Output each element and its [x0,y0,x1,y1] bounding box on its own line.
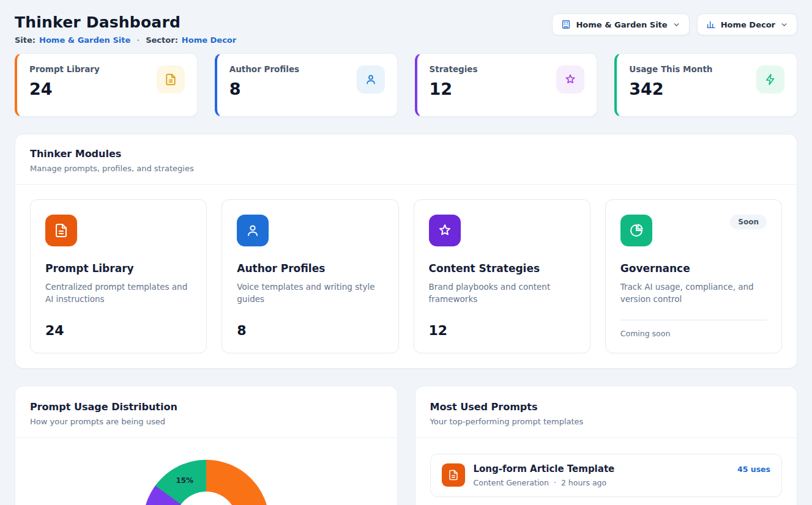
prompt-item-uses: 45 uses [737,465,770,474]
prompts-panel-subtitle: Your top-performing prompt templates [430,417,783,426]
donut-chart: 15% [143,460,269,505]
module-count: 24 [45,313,192,338]
most-used-prompts-panel: Most Used Prompts Your top-performing pr… [415,386,798,505]
stat-text: Prompt Library 24 [29,64,100,98]
prompt-item-meta: Content Generation · 2 hours ago [474,478,729,487]
prompt-item-time: 2 hours ago [561,478,606,487]
module-description: Centralized prompt templates and AI inst… [45,281,192,306]
module-description: Track AI usage, compliance, and version … [620,281,767,306]
prompts-panel-header: Most Used Prompts Your top-performing pr… [415,386,797,438]
header: Thinker Dashboard Site: Home & Garden Si… [15,13,797,45]
star-icon [429,215,461,246]
usage-distribution-panel: Prompt Usage Distribution How your promp… [15,386,398,505]
modules-header: Thinker Modules Manage prompts, profiles… [15,135,797,185]
stat-value: 24 [29,79,100,98]
usage-panel-title: Prompt Usage Distribution [30,401,382,413]
page-title: Thinker Dashboard [15,13,236,31]
module-top [237,215,383,246]
stat-label: Author Profiles [229,64,299,74]
document-icon [45,215,77,246]
site-label: Site: [15,35,35,45]
prompt-item-body: Long-form Article Template Content Gener… [474,463,729,487]
stat-text: Author Profiles 8 [229,64,299,98]
sector-label: Sector: [146,35,178,45]
chevron-down-icon [780,21,788,29]
stat-value: 342 [629,79,712,98]
site-selector-value: Home & Garden Site [576,20,667,29]
bottom-row: Prompt Usage Distribution How your promp… [15,386,797,505]
module-card-author-profiles[interactable]: Author Profiles Voice templates and writ… [222,199,398,353]
module-description: Voice templates and writing style guides [237,281,383,306]
modules-title: Thinker Modules [30,148,782,160]
modules-grid: Prompt Library Centralized prompt templa… [15,185,797,368]
module-count: 12 [429,313,575,338]
document-icon [442,463,465,487]
module-card-governance[interactable]: Soon Governance Track AI usage, complian… [605,199,782,353]
sector-link[interactable]: Home Decor [182,35,236,45]
pie-chart-icon [620,215,652,246]
slice-label-green: 15% [176,476,193,485]
separator-dot: · [554,478,556,487]
building-icon [561,20,571,29]
stat-card-prompt-library: Prompt Library 24 [15,53,198,117]
stat-label: Usage This Month [629,64,712,74]
module-title: Prompt Library [45,262,192,275]
sector-selector-dropdown[interactable]: Home Decor [697,13,797,35]
sector-selector-value: Home Decor [721,20,775,29]
stat-label: Strategies [430,64,478,74]
bar-chart-icon [706,20,716,29]
prompt-item-title: Long-form Article Template [474,463,729,474]
header-selectors: Home & Garden Site Home Decor [552,13,797,35]
prompt-list: Long-form Article Template Content Gener… [415,438,797,505]
module-title: Content Strategies [429,262,575,275]
module-description: Brand playbooks and content frameworks [429,281,575,306]
stat-text: Usage This Month 342 [629,64,712,98]
prompts-panel-title: Most Used Prompts [430,401,783,413]
user-icon [357,65,385,94]
document-icon [157,65,185,94]
prompt-list-item[interactable]: Long-form Article Template Content Gener… [430,454,783,497]
bolt-icon [756,65,784,94]
module-count: 8 [237,313,383,338]
stats-row: Prompt Library 24 Author Profiles 8 Stra… [15,53,797,117]
star-icon [556,65,584,94]
module-top [45,215,192,246]
stat-text: Strategies 12 [430,64,478,98]
prompt-item-category: Content Generation [474,478,549,487]
coming-soon-label: Coming soon [620,320,767,338]
dashboard-page: Thinker Dashboard Site: Home & Garden Si… [0,0,812,505]
site-link[interactable]: Home & Garden Site [39,35,130,45]
usage-panel-header: Prompt Usage Distribution How your promp… [15,386,397,438]
user-icon [237,215,269,246]
module-title: Governance [620,262,767,275]
module-top [429,215,575,246]
module-top: Soon [620,215,767,246]
donut-chart-area: 15% [15,438,397,505]
stat-card-author-profiles: Author Profiles 8 [215,53,398,117]
stat-card-strategies: Strategies 12 [415,53,598,117]
module-card-content-strategies[interactable]: Content Strategies Brand playbooks and c… [414,199,590,353]
stat-card-usage: Usage This Month 342 [614,53,797,117]
module-title: Author Profiles [237,262,383,275]
modules-subtitle: Manage prompts, profiles, and strategies [30,164,782,173]
site-selector-dropdown[interactable]: Home & Garden Site [552,13,689,35]
module-card-prompt-library[interactable]: Prompt Library Centralized prompt templa… [30,199,207,353]
stat-label: Prompt Library [29,64,100,74]
chevron-down-icon [672,21,680,29]
usage-panel-subtitle: How your prompts are being used [30,417,382,426]
separator-dot: · [136,35,140,45]
soon-badge: Soon [730,215,767,229]
thinker-modules-section: Thinker Modules Manage prompts, profiles… [15,134,797,369]
stat-value: 8 [229,79,299,98]
breadcrumb: Site: Home & Garden Site · Sector: Home … [15,35,236,45]
stat-value: 12 [430,79,478,98]
title-block: Thinker Dashboard Site: Home & Garden Si… [15,13,236,45]
